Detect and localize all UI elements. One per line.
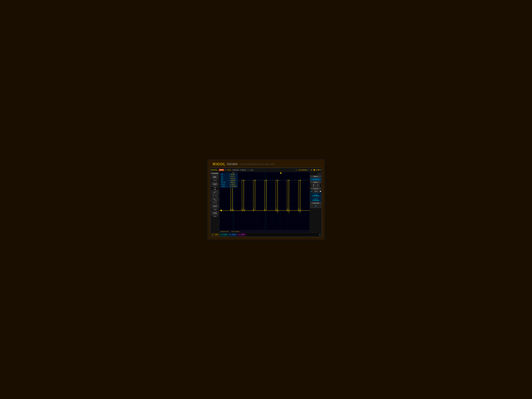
cursor-a-select[interactable] [312,184,316,187]
status-bar: RIGOL STOP H 200ns 1.00GSa/s 2.40k pts ∿… [210,168,322,172]
meas-by-key: BY [222,179,228,181]
delay-value: -264.000000ns [298,169,308,171]
ch4-volt: 200mV [241,234,245,235]
d-label: D [296,169,297,171]
ch2-eq: = [222,234,223,235]
freq-label: Freq [214,187,216,188]
meas-byay-key: BY-AY [222,183,228,185]
minus-width-label: -Width [213,216,216,217]
bottom-stats: Period=432.0ns Freq=2.31MHz [219,230,310,233]
rigol-mark: ⊕ [319,233,321,236]
period-stat: Period=432.0ns [221,231,229,232]
horizontal-title: Horizontal [211,172,219,174]
ch2-num: 2 [221,234,222,236]
meas-bxax-key: BX-AX [222,181,228,183]
cursor-b-select[interactable] [316,184,320,187]
cursor-label: Cursor [317,173,321,175]
cursor-a-value: ⟳ 20.00ns [311,195,320,196]
timebase-value: 200ns [227,169,231,171]
brand-bar: RIGOL DS1054 OSCILLOSCOPE UltraVision 4C… [210,162,322,166]
brand-model: DS1054 [227,162,238,166]
ch1-volt: 1.04 V [215,234,219,235]
cursor-b-value: ⟳ 216.0ns [311,199,320,201]
meas-ax-key: AX [222,173,228,175]
oscilloscope-screen: RIGOL STOP H 200ns 1.00GSa/s 2.40k pts ∿… [210,168,322,237]
channel-3[interactable]: 3 = 200mV [228,233,237,236]
cursor-b-box: CursorB ⟳ 216.0ns [310,197,321,202]
meas-freq-key: 1/∆(X) [222,185,228,187]
svg-line-6 [214,192,215,193]
ch4-eq: = [240,234,241,235]
meas-ay-val: = 4.971 V [229,175,235,177]
channel-1[interactable]: 1 = 1.04 V [211,233,219,236]
cursor-ab-label: CursorAB [310,202,321,204]
cursor-a-title: CursorA [311,194,320,195]
meas-bx-key: BX [222,177,228,179]
source-label: Source [310,188,321,190]
brand-name: RIGOL [213,162,226,166]
manual-button[interactable]: ◄ Manual [310,178,321,181]
rise-time-label: Rise Time [212,195,217,196]
ch1-num: 1 [212,234,213,236]
right-sidebar: Cursor Mode ◄ Manual Select [310,172,322,233]
oscilloscope-frame: RIGOL DS1054 OSCILLOSCOPE UltraVision 4C… [207,158,325,241]
t-label: T [309,169,310,171]
main-area: Horizontal Period [210,172,322,233]
meas-bx-val: = 216.0ns [229,177,235,179]
waveform-area: AX = 20.00ns AY = 4.971 V BX = 216.0ns [219,172,310,233]
trigger-color-box: 1 [314,169,315,171]
ch1-select-row: ◄ CH1 [310,190,321,192]
reset-button[interactable]: ↺ [310,205,321,208]
ch3-num: 3 [229,234,230,236]
mode-label: Mode [310,175,321,177]
lightning-icon: ⚡ [310,169,312,171]
fall-time-button[interactable] [211,197,219,202]
sample-rate: 1.00GSa/s [232,169,239,171]
select-label: Select [310,181,321,183]
channel-4[interactable]: 4 = 200mV [238,233,246,236]
measurements-box: AX = 20.00ns AY = 4.971 V BX = 216.0ns [220,173,238,188]
period-label: Period [213,180,216,181]
ch1-dot [320,191,321,192]
select-row [310,184,321,187]
pts-value: 2.40k pts [240,169,246,171]
ch1-eq: = [214,234,214,235]
stop-badge: STOP [219,169,224,171]
cursor-b-val: 216.0ns [314,199,319,201]
cursor-a-icon: ⟳ [312,195,314,196]
screen-rigol-logo: RIGOL [211,169,218,171]
rise-time-button[interactable] [211,190,219,195]
dot-indicator [215,189,215,190]
ch1-label[interactable]: CH1 [312,190,320,192]
cursor-b-icon: ⟳ [312,200,314,201]
ch3-eq: = [231,234,232,235]
plus-width-button[interactable] [211,204,219,209]
trigger-info: D -264.000000ns T ⚡ 1 2.10 V [296,169,321,171]
cursor-b-title: CursorB [311,198,320,199]
fall-time-label: Fall Time [212,202,217,203]
svg-rect-0 [213,176,214,178]
svg-line-11 [214,199,215,200]
svg-rect-1 [215,176,216,178]
cursor-sidebar-label: Cursor [310,172,321,175]
meas-ax-val: = 20.00ns [229,173,235,175]
channel-bar: 1 = 1.04 V 2 = 2.00 V 3 = 200mV 4 = 200m… [210,233,322,237]
minus-width-button[interactable] [211,211,219,215]
period-button[interactable] [211,175,219,180]
brand-subtitle: OSCILLOSCOPE UltraVision 4Channel 50MHz … [239,163,275,165]
freq-stat: Freq=2.31MHz [231,231,239,232]
meas-freq-val: = 5.102MHz [229,185,237,187]
freq-button[interactable] [211,182,219,186]
trigger-voltage: 2.10 V [316,169,321,171]
meas-bxax-val: = 196.0ns [229,181,235,183]
ch2-volt: 2.00 V [223,234,227,235]
meas-ay-key: AY [222,175,228,177]
left-sidebar: Horizontal Period [210,172,219,233]
ch3-volt: 200mV [232,234,236,235]
meas-by-val: = 41.60mV [229,179,236,181]
ch1-arrow: ◄ [310,190,312,192]
h-label: H [225,169,226,171]
cursor-a-box: CursorA ⟳ 20.00ns [310,193,321,197]
ch4-num: 4 [239,234,240,236]
channel-2[interactable]: 2 = 2.00 V [220,233,228,236]
